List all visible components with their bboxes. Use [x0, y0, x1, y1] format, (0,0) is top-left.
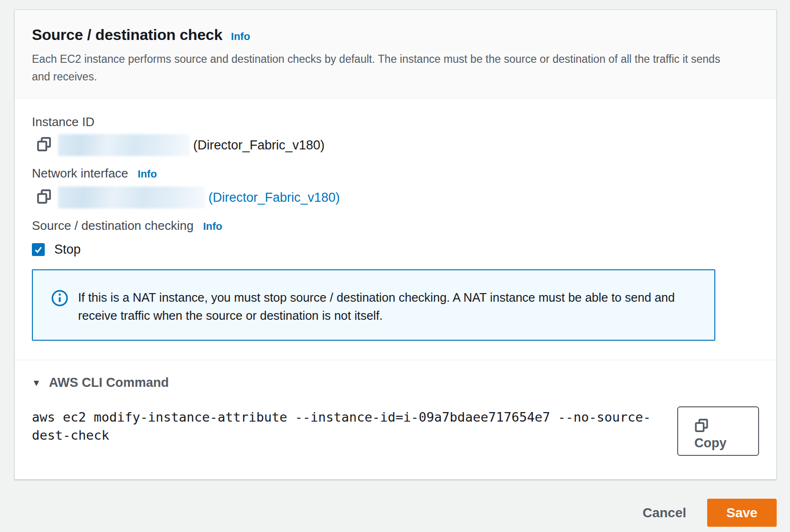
copy-instance-id-button[interactable] — [37, 137, 51, 154]
page-title: Source / destination check — [32, 26, 222, 44]
source-dest-checking-info-link[interactable]: Info — [203, 219, 222, 234]
panel-header: Source / destination check Info Each EC2… — [15, 10, 776, 99]
copy-icon — [694, 427, 709, 434]
instance-id-row: (Director_Fabric_v180) — [32, 134, 759, 157]
triangle-down-icon: ▼ — [32, 378, 41, 388]
checkmark-icon — [33, 245, 43, 255]
title-info-link[interactable]: Info — [231, 30, 250, 43]
cli-command-text: aws ec2 modify-instance-attribute --inst… — [32, 408, 665, 444]
cli-section: ▼ AWS CLI Command aws ec2 modify-instanc… — [15, 360, 776, 479]
network-interface-label: Network interface Info — [32, 166, 759, 181]
network-interface-row: (Director_Fabric_v180) — [32, 186, 759, 209]
copy-button-label: Copy — [694, 436, 758, 451]
source-destination-check-panel: Source / destination check Info Each EC2… — [14, 10, 777, 480]
copy-icon — [37, 137, 51, 154]
footer-actions: Cancel Save — [14, 499, 777, 527]
network-interface-redacted-value — [58, 187, 205, 208]
copy-icon — [37, 189, 51, 206]
panel-body: Instance ID (Director_Fabric_v180) Netwo… — [15, 99, 776, 360]
cli-command-row: aws ec2 modify-instance-attribute --inst… — [32, 406, 759, 456]
instance-name-suffix: (Director_Fabric_v180) — [193, 138, 325, 153]
instance-id-redacted-value — [58, 134, 189, 156]
network-interface-info-link[interactable]: Info — [138, 167, 157, 181]
source-dest-checking-label: Source / destination checking Info — [32, 218, 759, 234]
network-interface-name-link[interactable]: (Director_Fabric_v180) — [208, 190, 340, 205]
save-button[interactable]: Save — [707, 499, 777, 527]
stop-checkbox-row: Stop — [32, 242, 759, 257]
cancel-button[interactable]: Cancel — [642, 505, 686, 521]
panel-description: Each EC2 instance performs source and de… — [32, 50, 722, 86]
cli-command-header: AWS CLI Command — [49, 375, 169, 390]
stop-checkbox[interactable] — [32, 243, 45, 256]
copy-command-button[interactable]: Copy — [677, 406, 759, 456]
alert-message: If this is a NAT instance, you must stop… — [78, 288, 700, 325]
cli-command-expander[interactable]: ▼ AWS CLI Command — [32, 375, 169, 390]
stop-checkbox-label: Stop — [54, 242, 81, 257]
copy-network-interface-button[interactable] — [37, 189, 51, 206]
nat-instance-info-alert: If this is a NAT instance, you must stop… — [32, 269, 715, 341]
instance-id-label: Instance ID — [32, 115, 759, 129]
info-circle-icon — [51, 289, 69, 309]
